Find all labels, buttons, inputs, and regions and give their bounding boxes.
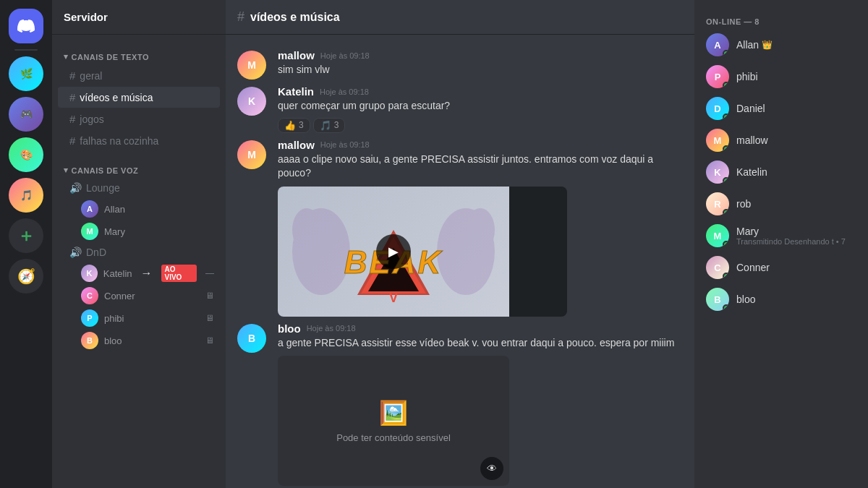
text-channels-header[interactable]: ▾ CANAIS DE TEXTO [52, 40, 226, 64]
status-indicator [723, 82, 729, 88]
channel-name: jogos [80, 114, 214, 125]
channel-item-jogos[interactable]: # jogos [58, 108, 220, 129]
voice-channel-name: DnD [86, 247, 106, 258]
avatar: A [706, 33, 729, 56]
channel-item-geral[interactable]: # geral [58, 65, 220, 86]
status-indicator [723, 304, 729, 311]
voice-channel-dnd[interactable]: 🔊 DnD [58, 243, 220, 262]
messages-area[interactable]: M mallow Hoje às 09:18 sim sim vlw K Kat… [226, 35, 694, 488]
member-item-mallow[interactable]: M mallow [700, 124, 862, 156]
collapse-arrow: ▾ [64, 166, 69, 175]
screen-share-icon: 🖥 [205, 313, 214, 323]
message-username[interactable]: Katelin [278, 85, 314, 98]
explore-servers-button[interactable]: 🧭 [9, 259, 43, 294]
message-text: a gente PRECISA assistir esse vídeo beak… [278, 336, 683, 351]
voice-user-katelin[interactable]: K Katelin → AO VIVO — [58, 262, 220, 284]
avatar: A [81, 200, 98, 218]
message-username[interactable]: mallow [278, 49, 315, 61]
voice-user-bloo[interactable]: B bloo 🖥 [58, 330, 220, 351]
member-name: bloo [736, 294, 755, 305]
message-username[interactable]: mallow [278, 139, 315, 151]
voice-user-name: Allan [104, 204, 214, 215]
voice-user-name: Mary [104, 226, 214, 237]
add-server-button[interactable]: ＋ [9, 218, 43, 253]
svg-point-1 [292, 208, 321, 252]
avatar: P [706, 65, 729, 88]
channel-name: falhas na cozinha [80, 135, 214, 147]
voice-channels-header[interactable]: ▾ CANAIS DE VOZ [52, 154, 226, 178]
server-icon-4[interactable]: 🎵 [9, 178, 43, 213]
hash-icon: # [69, 69, 75, 82]
avatar: K [81, 265, 98, 282]
status-indicator [723, 177, 729, 184]
server-divider [14, 49, 38, 51]
status-indicator [723, 209, 729, 215]
channel-item-videos-musica[interactable]: # vídeos e música 👤+ ⚙ [58, 87, 220, 108]
voice-user-mary[interactable]: M Mary [58, 221, 220, 242]
avatar: C [706, 256, 729, 279]
voice-channel-lounge[interactable]: 🔊 Lounge [58, 179, 220, 197]
member-item-bloo[interactable]: B bloo [700, 283, 862, 315]
member-name: rob [736, 198, 751, 210]
screen-share-icon: 🖥 [205, 291, 214, 301]
voice-user-conner[interactable]: C Conner 🖥 [58, 285, 220, 307]
reaction-emoji: 👍 [284, 120, 296, 131]
server-icon-3[interactable]: 🎨 [9, 137, 43, 172]
member-name: Conner [736, 262, 770, 273]
channel-header: # vídeos e música [226, 0, 694, 35]
server-icon-2[interactable]: 🎮 [9, 97, 43, 132]
message-content: mallow Hoje às 09:18 sim sim vlw [278, 49, 683, 80]
channel-item-falhas[interactable]: # falhas na cozinha [58, 130, 220, 151]
voice-channels-label: CANAIS DE VOZ [72, 166, 139, 175]
member-name: Mary [736, 226, 846, 237]
add-people-icon[interactable]: 👤+ [184, 92, 202, 103]
member-item-allan[interactable]: A Allan 👑 [700, 29, 862, 61]
reaction-music[interactable]: 🎵 3 [313, 118, 346, 133]
server-icon-1[interactable]: 🌿 [9, 56, 43, 91]
voice-channel-name: Lounge [86, 182, 120, 194]
member-item-phibi[interactable]: P phibi [700, 61, 862, 93]
sensitive-text: Pode ter conteúdo sensível [336, 432, 451, 443]
member-item-mary[interactable]: M Mary Transmitindo Desenhando t • 7 [700, 220, 862, 252]
voice-user-allan[interactable]: A Allan [58, 198, 220, 220]
reveal-button[interactable]: 👁 [480, 457, 503, 480]
member-item-daniel[interactable]: D Daniel [700, 93, 862, 124]
message-content: mallow Hoje às 09:18 aaaa o clipe novo s… [278, 139, 683, 317]
sensitive-embed[interactable]: 🖼️ Pode ter conteúdo sensível 👁 [278, 356, 509, 486]
member-item-katelin[interactable]: K Katelin [700, 156, 862, 188]
channel-hash-icon: # [237, 9, 244, 25]
message-username[interactable]: bloo [278, 322, 301, 335]
message-text: sim sim vlw [278, 63, 683, 77]
member-item-rob[interactable]: R rob [700, 188, 862, 220]
message-row: B bloo Hoje às 09:18 a gente PRECISA ass… [226, 320, 694, 488]
server-name[interactable]: Servidor [64, 11, 108, 23]
voice-user-name: Katelin [103, 268, 132, 279]
avatar: K [237, 87, 266, 116]
avatar: M [706, 224, 729, 247]
reaction-thumbs[interactable]: 👍 3 [278, 118, 310, 133]
channel-sidebar: Servidor ▾ CANAIS DE TEXTO # geral # víd… [52, 0, 226, 488]
svg-text:V: V [389, 291, 398, 305]
crown-icon: 👑 [762, 40, 773, 50]
video-embed[interactable]: BEAK V ▶ [278, 187, 567, 317]
speaker-icon: 🔊 [69, 182, 82, 194]
status-indicator [723, 50, 729, 56]
voice-user-name: phibi [104, 313, 200, 324]
play-icon: ▶ [388, 244, 399, 260]
voice-user-phibi[interactable]: P phibi 🖥 [58, 307, 220, 329]
message-row: M mallow Hoje às 09:18 sim sim vlw [226, 46, 694, 82]
server-icon-discord[interactable] [9, 9, 43, 43]
message-timestamp: Hoje às 09:18 [320, 87, 369, 96]
sensitive-icon: 🖼️ [379, 399, 408, 427]
member-item-conner[interactable]: C Conner [700, 252, 862, 283]
avatar: P [81, 309, 98, 327]
settings-icon[interactable]: ⚙ [205, 92, 214, 103]
reaction-emoji: 🎵 [320, 120, 331, 131]
avatar: D [706, 97, 729, 120]
play-button[interactable]: ▶ [376, 234, 411, 269]
text-channels-label: CANAIS DE TEXTO [72, 53, 150, 61]
status-indicator [723, 114, 729, 120]
avatar: C [81, 287, 98, 304]
message-row: M mallow Hoje às 09:18 aaaa o clipe novo… [226, 136, 694, 320]
member-name: mallow [736, 134, 768, 146]
